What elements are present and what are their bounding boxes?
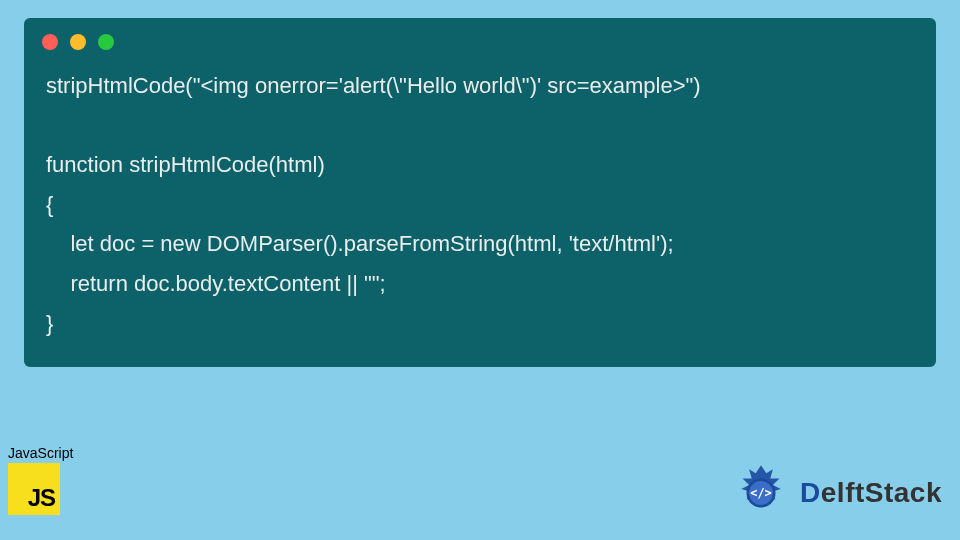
code-line: {	[46, 192, 53, 217]
svg-text:</>: </>	[750, 486, 771, 500]
delftstack-logo-icon: </>	[728, 460, 794, 526]
code-body: stripHtmlCode("<img onerror='alert(\"Hel…	[24, 60, 936, 353]
code-line: stripHtmlCode("<img onerror='alert(\"Hel…	[46, 73, 701, 98]
code-line: return doc.body.textContent || "";	[46, 271, 386, 296]
close-icon[interactable]	[42, 34, 58, 50]
delftstack-text-rest: elftStack	[821, 477, 942, 508]
javascript-badge: JavaScript JS	[8, 445, 88, 515]
minimize-icon[interactable]	[70, 34, 86, 50]
code-line: let doc = new DOMParser().parseFromStrin…	[46, 231, 674, 256]
javascript-logo-text: JS	[28, 484, 55, 512]
code-window: stripHtmlCode("<img onerror='alert(\"Hel…	[24, 18, 936, 367]
window-titlebar	[24, 18, 936, 60]
javascript-logo-icon: JS	[8, 463, 60, 515]
code-line: function stripHtmlCode(html)	[46, 152, 325, 177]
delftstack-text: DelftStack	[800, 477, 942, 509]
javascript-label: JavaScript	[8, 445, 88, 461]
maximize-icon[interactable]	[98, 34, 114, 50]
delftstack-text-first: D	[800, 477, 821, 508]
code-line: }	[46, 311, 53, 336]
delftstack-badge: </> DelftStack	[728, 460, 942, 526]
